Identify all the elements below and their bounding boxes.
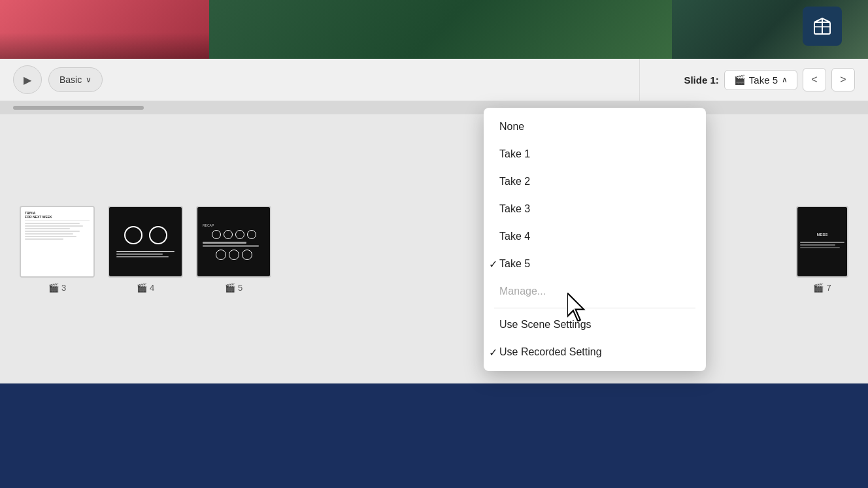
dropdown-item-take4[interactable]: Take 4 — [484, 223, 706, 250]
next-slide-button[interactable]: > — [831, 68, 855, 91]
slide-selector: Slide 1: 🎬 Take 5 ∧ < > — [639, 59, 868, 101]
dropdown-item-manage: Manage... — [484, 278, 706, 305]
dropdown-item-take3[interactable]: Take 3 — [484, 195, 706, 223]
thumbnail-item-3: TRIVIAFOR NEXT WEEK 🎬 3 — [20, 206, 95, 293]
film-icon-5: 🎬 — [225, 283, 235, 293]
chevron-right-icon: > — [840, 74, 846, 86]
video-left-panel — [0, 0, 209, 59]
dropdown-item-take2[interactable]: Take 2 — [484, 168, 706, 195]
thumbnail-4-label: 🎬 4 — [137, 283, 154, 293]
thumbnail-3-label: 🎬 3 — [48, 283, 66, 293]
take-label: Take 5 — [749, 74, 778, 86]
thumbnail-7-label: 🎬 7 — [813, 283, 831, 293]
dropdown-item-take5[interactable]: Take 5 — [484, 250, 706, 278]
prev-slide-button[interactable]: < — [803, 68, 826, 91]
film-icon-small: 🎬 — [734, 74, 745, 85]
film-icon-3: 🎬 — [48, 283, 59, 293]
dropdown-divider — [494, 308, 695, 308]
bottom-area — [0, 383, 868, 488]
basic-label: Basic — [59, 74, 82, 85]
video-area — [0, 0, 868, 59]
chevron-left-icon: < — [811, 74, 817, 86]
play-button[interactable]: ▶ — [13, 65, 42, 94]
dropdown-item-scene-settings[interactable]: Use Scene Settings — [484, 311, 706, 338]
dropdown-item-use-recorded-setting[interactable]: Use Recorded Setting — [484, 338, 706, 366]
dropdown-item-none[interactable]: None — [484, 113, 706, 140]
progress-bar — [13, 106, 144, 110]
thumbnail-item-7: NESS 🎬 7 — [796, 206, 848, 293]
dropdown-item-take1[interactable]: Take 1 — [484, 140, 706, 168]
film-icon-4: 🎬 — [137, 283, 147, 293]
take-dropdown-menu: None Take 1 Take 2 Take 3 Take 4 Take 5 … — [484, 108, 706, 371]
thumbnail-3-image: TRIVIAFOR NEXT WEEK — [20, 206, 95, 278]
take-dropdown-button[interactable]: 🎬 Take 5 ∧ — [724, 70, 797, 90]
progress-area — [0, 101, 868, 114]
thumbnail-item-5: RECAP — [196, 206, 271, 293]
video-right-panel — [672, 0, 868, 59]
package-icon-box — [803, 7, 842, 46]
play-icon: ▶ — [24, 74, 31, 86]
thumbnail-item-4: 🎬 4 — [108, 206, 183, 293]
film-icon-7: 🎬 — [813, 283, 824, 293]
thumbnail-5-image: RECAP — [196, 206, 271, 278]
video-center-panel — [209, 0, 672, 59]
thumbnails-area: TRIVIAFOR NEXT WEEK 🎬 3 — [0, 114, 868, 383]
basic-dropdown-button[interactable]: Basic ∨ — [48, 67, 103, 92]
chevron-down-icon: ∨ — [86, 75, 92, 84]
thumbnail-5-label: 🎬 5 — [225, 283, 242, 293]
slide-label: Slide 1: — [684, 74, 718, 86]
thumbnail-4-image — [108, 206, 183, 278]
package-icon — [810, 14, 834, 38]
chevron-up-icon: ∧ — [782, 75, 788, 84]
thumbnail-7-image: NESS — [796, 206, 848, 278]
